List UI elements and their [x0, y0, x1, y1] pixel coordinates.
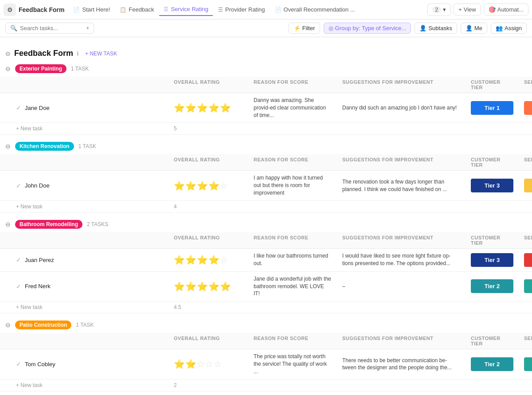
service-provider-cell: James Johnson [519, 250, 532, 270]
collapse-bathroom-btn[interactable]: ⊖ [5, 221, 11, 228]
customer-tier-badge[interactable]: Tier 3 [471, 253, 513, 267]
automate-btn[interactable]: 🎯 Automat... [484, 4, 528, 16]
service-provider-badge[interactable]: John Adams [524, 179, 532, 192]
new-task-link-patio[interactable]: + New task [5, 382, 43, 388]
new-task-main-btn[interactable]: + NEW TASK [82, 50, 120, 58]
group-header-bathroom: ⊖ Bathroom Remodelling 2 TASKS [0, 216, 532, 232]
customer-tier-cell: Tier 2 [466, 354, 519, 375]
nav-title: Feedback Form [19, 6, 64, 13]
star-rating: ⭐⭐⭐⭐☆ [174, 180, 228, 191]
assign-btn[interactable]: 👥 Assign [491, 23, 527, 34]
reason-text: Jane did a wonderful job with the bathro… [254, 275, 332, 297]
me-btn[interactable]: 👤 Me [461, 23, 487, 34]
group-by-btn[interactable]: ◎ Group by: Type of Service... [324, 23, 411, 34]
suggestions-text: Danny did such an amazing job I don't ha… [342, 104, 457, 112]
col-task [0, 77, 168, 93]
search-input[interactable] [20, 25, 84, 31]
service-provider-badge[interactable]: James Johnson [524, 253, 532, 267]
new-task-link-kitchen[interactable]: + New task [5, 203, 43, 210]
stars-cell: ⭐⭐⭐⭐☆ [168, 251, 248, 269]
tab-overall-recommendation[interactable]: 📄 Overall Recommendation ... [270, 4, 360, 16]
toolbar: 🔍 ▾ ⚡ Filter ◎ Group by: Type of Service… [0, 20, 532, 37]
add-view-btn[interactable]: + View [454, 4, 481, 16]
stars-cell: ⭐⭐⭐⭐⭐ [168, 278, 248, 295]
collapse-exterior-painting-btn[interactable]: ⊖ [5, 65, 11, 72]
group-label-exterior-painting[interactable]: Exterior Painting [15, 64, 66, 73]
new-task-link-exterior[interactable]: + New task [5, 125, 43, 132]
col-customer-tier-4: CUSTOMER TIER [466, 333, 519, 349]
task-name-cell: ✓ Fred Nerk [0, 279, 168, 293]
group-label-patio[interactable]: Patio Construction [15, 321, 71, 329]
tab-feedback[interactable]: 📋 Feedback [115, 4, 158, 16]
check-icon: ✓ [16, 283, 21, 290]
avg-number-kitchen: 4 [174, 203, 177, 210]
suggestions-text: – [342, 283, 345, 290]
task-name[interactable]: Tom Cobley [25, 361, 55, 368]
customer-tier-badge[interactable]: Tier 2 [471, 357, 513, 371]
collapse-patio-btn[interactable]: ⊖ [5, 321, 11, 329]
top-nav: ⚙ Feedback Form 📄 Start Here! 📋 Feedback… [0, 0, 532, 20]
task-name[interactable]: John Doe [25, 182, 50, 189]
filter-btn[interactable]: ⚡ Filter [289, 23, 320, 34]
reason-cell: Jane did a wonderful job with the bathro… [248, 272, 337, 301]
service-provider-badge[interactable]: Jane Smith [524, 357, 532, 371]
col-service-provider-4: SERVICE PROVIDER [519, 333, 532, 349]
new-task-link-bathroom[interactable]: + New task [5, 304, 43, 310]
main-content: ⊖ Feedback Form ℹ + NEW TASK ⊖ Exterior … [0, 37, 532, 395]
task-count-kitchen: 1 TASK [78, 143, 96, 149]
suggestions-text: The renovation took a few days longer th… [342, 178, 460, 193]
col-headers-patio: OVERALL RATING REASON FOR SCORE SUGGESTI… [0, 333, 532, 349]
task-name[interactable]: Fred Nerk [25, 283, 51, 289]
group-header-kitchen: ⊖ Kitchen Renovation 1 TASK [0, 138, 532, 154]
collapse-kitchen-btn[interactable]: ⊖ [5, 143, 11, 150]
col-headers-kitchen: OVERALL RATING REASON FOR SCORE SUGGESTI… [0, 154, 532, 171]
check-icon: ✓ [16, 256, 21, 263]
subtasks-btn[interactable]: 👤 Subtasks [415, 23, 457, 34]
star-rating: ⭐⭐⭐⭐⭐ [174, 281, 231, 292]
page-title-row: ⊖ Feedback Form ℹ + NEW TASK [0, 44, 532, 61]
chevron-down-icon: ▾ [86, 25, 89, 31]
subtasks-icon: 👤 [419, 25, 426, 31]
service-provider-cell: Jane Smith [519, 276, 532, 297]
col-reason-3: REASON FOR SCORE [248, 232, 337, 248]
task-name[interactable]: Juan Perez [25, 257, 54, 263]
task-name-cell: ✓ Juan Perez [0, 253, 168, 267]
provider-rating-icon: ☰ [218, 7, 223, 13]
service-provider-badge[interactable]: Jane Smith [524, 279, 532, 293]
suggestions-text: I would have liked to see more light fix… [342, 252, 460, 267]
task-name-cell: ✓ Jane Doe [0, 101, 168, 115]
customer-tier-badge[interactable]: Tier 1 [471, 101, 513, 115]
star-rating: ⭐⭐⭐⭐☆ [174, 254, 228, 265]
col-service-provider-1: SERVICE PROVIDER [519, 77, 532, 93]
customer-tier-badge[interactable]: Tier 2 [471, 279, 513, 293]
customer-tier-cell: Tier 3 [466, 175, 519, 196]
avg-number-bathroom: 4.5 [174, 304, 181, 310]
new-task-row-bathroom: + New task 4.5 [0, 301, 532, 313]
view-count-btn[interactable]: 2 ▾ [427, 4, 451, 16]
group-label-bathroom[interactable]: Bathroom Remodelling [15, 220, 82, 229]
service-provider-cell: Jane Smith [519, 354, 532, 375]
tab-provider-rating[interactable]: ☰ Provider Rating [214, 4, 270, 16]
customer-tier-cell: Tier 3 [466, 250, 519, 270]
reason-text: I like how our bathrooms turned out. [254, 252, 332, 267]
search-icon: 🔍 [10, 25, 17, 31]
avg-cell-kitchen: 4 [168, 201, 248, 212]
table-row: ✓ Juan Perez ⭐⭐⭐⭐☆ I like how our bathro… [0, 249, 532, 272]
task-count-bathroom: 2 TASKS [87, 221, 108, 227]
tab-service-rating[interactable]: ☰ Service Rating [159, 3, 213, 16]
col-overall-rating-2: OVERALL RATING [168, 154, 248, 170]
collapse-all-btn[interactable]: ⊖ [5, 50, 11, 57]
col-headers-bathroom: OVERALL RATING REASON FOR SCORE SUGGESTI… [0, 232, 532, 249]
suggestions-cell: The renovation took a few days longer th… [337, 175, 466, 197]
group-label-kitchen[interactable]: Kitchen Renovation [15, 142, 74, 151]
customer-tier-badge[interactable]: Tier 3 [471, 179, 513, 192]
search-box[interactable]: 🔍 ▾ [5, 23, 94, 34]
service-rating-icon: ☰ [164, 6, 168, 12]
service-provider-badge[interactable]: Danny Rogers [524, 101, 532, 115]
tab-start-here[interactable]: 📄 Start Here! [69, 4, 114, 16]
col-reason-2: REASON FOR SCORE [248, 154, 337, 170]
task-name[interactable]: Jane Doe [25, 105, 50, 111]
star-rating: ⭐⭐☆☆☆ [174, 359, 222, 369]
col-suggestions-3: SUGGESTIONS FOR IMPROVEMENT [337, 232, 466, 248]
group-patio-construction: ⊖ Patio Construction 1 TASK OVERALL RATI… [0, 317, 532, 391]
